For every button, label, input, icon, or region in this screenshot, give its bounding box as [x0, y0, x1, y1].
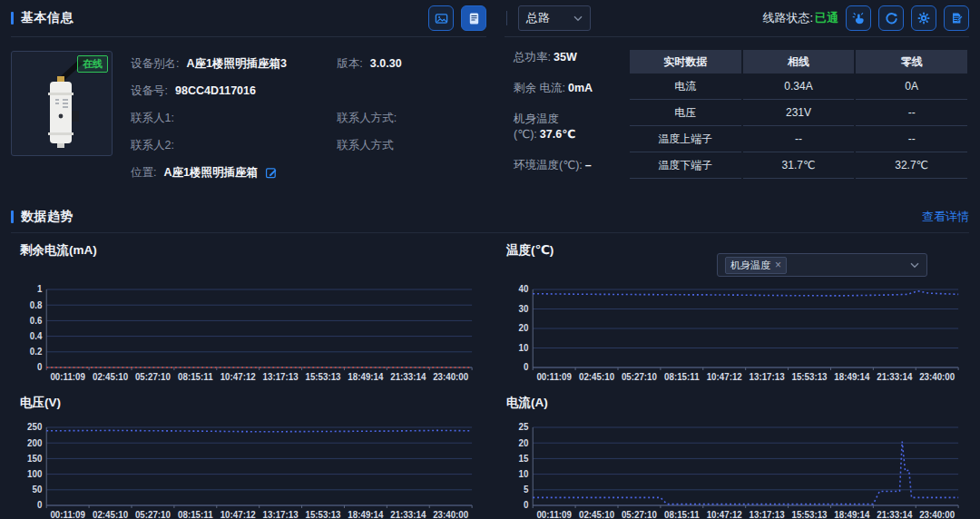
edit-location-button[interactable]: [265, 165, 278, 180]
close-icon[interactable]: ×: [775, 260, 781, 270]
device-info: 在线 设备别名: A座1楼照明插座箱3 版本: 3.0.30: [11, 37, 486, 180]
contact-method2-label: 联系人方式: [337, 138, 394, 152]
selected-series-tag: 机身温度 ×: [725, 257, 787, 274]
svg-text:13:17:13: 13:17:13: [750, 372, 786, 382]
device-view-button[interactable]: [461, 5, 486, 31]
dashboard: 基本信息: [0, 0, 980, 519]
header-divider: [506, 11, 507, 25]
svg-text:15:53:13: 15:53:13: [791, 372, 828, 382]
refresh-button[interactable]: [878, 5, 904, 31]
realtime-table: 实时数据 相线 零线 电流 0.34A 0A 电压 231V --: [630, 50, 967, 189]
svg-text:05:27:10: 05:27:10: [622, 510, 658, 519]
line-selector[interactable]: 总路: [518, 5, 591, 31]
svg-text:05:27:10: 05:27:10: [622, 372, 658, 382]
chevron-down-icon: [573, 15, 583, 22]
svg-text:00:11:09: 00:11:09: [50, 510, 85, 519]
phase-value: 231V: [743, 100, 855, 126]
stat-value: 0mA: [568, 82, 593, 94]
trend-title: 数据趋势: [21, 209, 74, 225]
table-row: 温度上端子 -- --: [630, 126, 967, 152]
chevron-down-icon: [910, 262, 919, 269]
edit-pencil-icon: [265, 166, 278, 179]
image-view-button[interactable]: [428, 5, 454, 31]
svg-text:200: 200: [27, 438, 43, 448]
svg-text:23:40:00: 23:40:00: [919, 372, 956, 382]
svg-text:00:11:09: 00:11:09: [536, 510, 572, 519]
table-header: 零线: [856, 50, 967, 73]
current-plot[interactable]: 051015202500:11:0902:45:1005:27:1008:15:…: [503, 422, 964, 519]
stat-value: –: [585, 159, 592, 171]
line-data: 总功率:35W 剩余 电流:0mA 机身温度(℃):37.6℃ 环境温度(℃):…: [505, 37, 969, 189]
table-row: 温度下端子 31.7℃ 32.7℃: [630, 152, 967, 179]
stat-label: 环境温度(℃):: [514, 159, 583, 171]
residual-current-chart: 剩余电流(mA) 00.20.40.60.8100:11:0902:45:100…: [16, 233, 477, 386]
table-row: 电压 231V --: [630, 100, 967, 126]
neutral-value: 0A: [856, 73, 967, 100]
neutral-value: --: [856, 100, 967, 126]
svg-text:0: 0: [524, 362, 529, 372]
temperature-plot[interactable]: 01020304000:11:0902:45:1005:27:1008:15:1…: [503, 284, 964, 386]
svg-text:0.2: 0.2: [30, 347, 43, 357]
section-accent-bar: [11, 211, 14, 223]
svg-text:0: 0: [37, 500, 43, 510]
temperature-series-select[interactable]: 机身温度 ×: [717, 253, 927, 277]
svg-text:10:47:12: 10:47:12: [707, 510, 743, 519]
section-accent-bar: [11, 12, 14, 24]
svg-text:100: 100: [27, 469, 43, 479]
device-list-icon: [467, 12, 481, 25]
line-status-value: 已通: [815, 10, 838, 26]
line-panel-header: 总路 线路状态: 已通: [505, 0, 969, 37]
svg-text:23:40:00: 23:40:00: [919, 510, 956, 519]
log-button[interactable]: [944, 5, 969, 31]
svg-text:21:33:14: 21:33:14: [390, 510, 426, 519]
basic-info-panel: 基本信息: [11, 0, 486, 201]
svg-text:20: 20: [518, 323, 528, 333]
phase-value: 31.7℃: [743, 152, 855, 179]
phase-value: 0.34A: [743, 73, 855, 100]
neutral-value: 32.7℃: [856, 152, 967, 179]
settings-button[interactable]: [911, 5, 936, 31]
settings-icon: [917, 12, 930, 24]
row-name: 电流: [630, 73, 741, 100]
tag-label: 机身温度: [730, 259, 770, 272]
table-header: 实时数据: [630, 50, 741, 73]
contact-method1-label: 联系人方式:: [337, 111, 397, 125]
svg-text:00:11:09: 00:11:09: [536, 372, 572, 382]
touch-icon: [852, 12, 866, 25]
svg-text:25: 25: [518, 422, 528, 432]
svg-text:10: 10: [518, 343, 528, 353]
svg-text:250: 250: [27, 422, 43, 432]
view-details-link[interactable]: 查看详情: [922, 209, 969, 225]
voltage-plot[interactable]: 05010015020025000:11:0902:45:1005:27:100…: [16, 422, 477, 519]
device-photo: 在线: [11, 51, 113, 156]
row-name: 温度上端子: [630, 126, 741, 152]
stat-value: 35W: [554, 51, 577, 64]
line-status-label: 线路状态:: [762, 10, 813, 26]
chart-title: 剩余电流(mA): [16, 233, 477, 259]
svg-text:40: 40: [518, 284, 528, 294]
svg-text:13:17:13: 13:17:13: [263, 510, 299, 519]
row-name: 电压: [630, 100, 741, 126]
svg-text:18:49:14: 18:49:14: [834, 510, 870, 519]
svg-text:15:53:13: 15:53:13: [305, 372, 341, 382]
svg-text:50: 50: [32, 485, 42, 495]
trend-header: 数据趋势 查看详情: [11, 201, 969, 233]
line-selector-value: 总路: [526, 10, 550, 26]
charts-grid: 剩余电流(mA) 00.20.40.60.8100:11:0902:45:100…: [11, 233, 969, 519]
svg-text:08:15:11: 08:15:11: [664, 372, 700, 382]
chart-title: 电流(A): [503, 386, 964, 411]
residual-current-plot[interactable]: 00.20.40.60.8100:11:0902:45:1005:27:1008…: [16, 284, 477, 386]
svg-text:15: 15: [518, 454, 528, 464]
svg-text:08:15:11: 08:15:11: [178, 510, 213, 519]
table-header-row: 实时数据 相线 零线: [630, 50, 967, 73]
svg-text:30: 30: [518, 304, 528, 314]
basic-info-header: 基本信息: [11, 0, 486, 37]
online-badge: 在线: [77, 55, 108, 73]
svg-text:5: 5: [524, 485, 529, 495]
location-label: 位置:: [131, 165, 156, 180]
location-value: A座1楼照明插座箱: [163, 165, 257, 180]
svg-text:1: 1: [37, 284, 43, 294]
svg-text:20: 20: [518, 438, 528, 448]
svg-text:05:27:10: 05:27:10: [135, 372, 172, 382]
manual-control-button[interactable]: [846, 5, 871, 31]
